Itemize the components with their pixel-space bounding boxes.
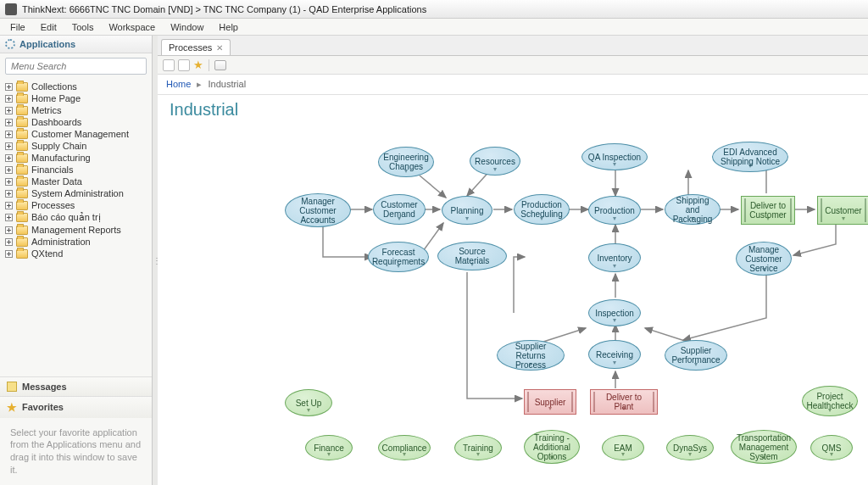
chevron-down-icon: ▾ <box>688 451 692 459</box>
expand-icon[interactable] <box>5 83 13 91</box>
node-dynasys[interactable]: DynaSys▾ <box>666 435 714 460</box>
expand-icon[interactable] <box>5 202 13 209</box>
expand-icon[interactable] <box>5 166 13 174</box>
sidebar-item-label: Manufacturing <box>31 153 91 163</box>
sidebar-item-metrics[interactable]: Metrics <box>3 104 148 116</box>
chevron-down-icon: ▾ <box>613 161 616 169</box>
chevron-down-icon: ▾ <box>470 261 474 269</box>
menu-file[interactable]: File <box>3 20 32 34</box>
node-mng-cust-svc[interactable]: Manage Customer Service▾ <box>736 242 792 276</box>
node-receiving[interactable]: Receiving▾ <box>588 340 641 369</box>
node-finance[interactable]: Finance▾ <box>305 435 353 460</box>
sidebar-item-financials[interactable]: Financials <box>3 164 148 176</box>
print-icon[interactable] <box>214 60 226 70</box>
expand-icon[interactable] <box>5 238 13 246</box>
process-diagram[interactable]: Manager Customer Accounts▾Engineering Ch… <box>158 121 868 485</box>
chevron-down-icon: ▾ <box>403 451 406 459</box>
sidebar-item-management-reports[interactable]: Management Reports <box>3 224 148 236</box>
node-tms[interactable]: Transportation Management System▾ <box>731 430 797 464</box>
expand-icon[interactable] <box>5 250 13 258</box>
sidebar-item-qxtend[interactable]: QXtend <box>3 248 148 259</box>
sidebar-item-label: Collections <box>31 81 77 92</box>
sidebar-item-supply-chain[interactable]: Supply Chain <box>3 140 148 152</box>
node-planning[interactable]: Planning▾ <box>442 196 492 225</box>
node-prod-sched[interactable]: Production Scheduling▾ <box>514 194 570 225</box>
expand-icon[interactable] <box>5 107 13 114</box>
sidebar-item-master-data[interactable]: Master Data <box>3 176 148 187</box>
close-icon[interactable]: ✕ <box>216 43 223 53</box>
node-proj-health[interactable]: Project Healthcheck▾ <box>802 386 858 416</box>
chevron-down-icon: ▾ <box>493 166 497 174</box>
svg-line-17 <box>645 328 687 342</box>
node-resources[interactable]: Resources▾ <box>470 147 520 176</box>
sidebar-item-customer-management[interactable]: Customer Management <box>3 128 148 140</box>
sidebar-item-b-o-c-o-qu-n-tr-[interactable]: Báo cáo quản trị <box>3 211 148 224</box>
expand-icon[interactable] <box>5 214 13 221</box>
node-eng-changes[interactable]: Engineering Changes▾ <box>378 147 434 177</box>
node-compliance[interactable]: Compliance▾ <box>378 435 431 460</box>
node-deliver-plant[interactable]: Deliver to Plant▾ <box>590 389 658 415</box>
chevron-down-icon: ▾ <box>613 215 616 223</box>
node-edi[interactable]: EDI Advanced Shipping Notice▾ <box>712 142 788 172</box>
expand-icon[interactable] <box>5 95 13 103</box>
chevron-down-icon: ▾ <box>404 168 408 176</box>
expand-icon[interactable] <box>5 119 13 126</box>
node-training-addl[interactable]: Training - Additional Options▾ <box>524 430 580 464</box>
expand-icon[interactable] <box>5 178 13 186</box>
menu-window[interactable]: Window <box>164 20 210 34</box>
sidebar-item-collections[interactable]: Collections <box>3 81 148 92</box>
node-production[interactable]: Production▾ <box>588 196 641 225</box>
sidebar-item-label: Báo cáo quản trị <box>31 212 101 223</box>
menu-search-input[interactable] <box>5 58 147 75</box>
favorites-hint: Select your favorite application from th… <box>0 418 152 485</box>
page-title: Industrial <box>158 95 868 121</box>
node-supplier[interactable]: Supplier▾ <box>524 389 576 415</box>
node-forecast[interactable]: Forecast Requirements▾ <box>368 242 429 272</box>
chevron-down-icon: ▾ <box>762 454 765 462</box>
expand-icon[interactable] <box>5 131 13 138</box>
sidebar-item-manufacturing[interactable]: Manufacturing <box>3 152 148 164</box>
node-setup[interactable]: Set Up▾ <box>285 389 332 416</box>
favorite-icon[interactable]: ★ <box>193 59 203 71</box>
node-customer[interactable]: Customer▾ <box>817 196 868 225</box>
applications-label: Applications <box>19 39 75 49</box>
node-training[interactable]: Training▾ <box>454 435 502 460</box>
node-cust-demand[interactable]: Customer Demand▾ <box>373 194 426 225</box>
sidebar-item-home-page[interactable]: Home Page <box>3 92 148 104</box>
menu-workspace[interactable]: Workspace <box>102 20 162 34</box>
sidebar-item-dashboards[interactable]: Dashboards <box>3 116 148 128</box>
favorites-panel[interactable]: ★ Favorites <box>0 396 152 418</box>
node-deliver-cust[interactable]: Deliver to Customer▾ <box>741 196 795 225</box>
node-ship-pack[interactable]: Shipping and Packaging▾ <box>665 194 721 225</box>
node-qa-insp[interactable]: QA Inspection▾ <box>581 143 648 170</box>
node-inventory[interactable]: Inventory▾ <box>588 243 641 272</box>
toolbar-btn-1[interactable] <box>163 59 175 71</box>
node-qms[interactable]: QMS▾ <box>810 435 853 460</box>
node-mgr-cust-acc[interactable]: Manager Customer Accounts▾ <box>285 193 351 227</box>
node-eam[interactable]: EAM▾ <box>602 435 644 460</box>
menu-help[interactable]: Help <box>212 20 245 34</box>
expand-icon[interactable] <box>5 142 13 150</box>
toolbar-btn-2[interactable] <box>178 59 190 71</box>
sidebar-item-processes[interactable]: Processes <box>3 199 148 211</box>
expand-icon[interactable] <box>5 226 13 234</box>
folder-icon <box>16 249 28 259</box>
expand-icon[interactable] <box>5 154 13 162</box>
messages-panel[interactable]: Messages <box>0 376 152 396</box>
folder-icon <box>16 94 28 103</box>
node-src-mat[interactable]: Source Materials▾ <box>437 242 507 270</box>
chevron-down-icon: ▾ <box>842 215 845 223</box>
expand-icon[interactable] <box>5 190 13 198</box>
sidebar-item-label: Processes <box>31 200 75 210</box>
node-inspection[interactable]: Inspection▾ <box>588 299 641 326</box>
tab-processes[interactable]: Processes ✕ <box>161 39 231 55</box>
node-sup-perf[interactable]: Supplier Performance▾ <box>665 340 727 371</box>
menu-tools[interactable]: Tools <box>65 20 101 34</box>
chevron-down-icon: ▾ <box>540 215 543 223</box>
node-sup-ret[interactable]: Supplier Returns Process▾ <box>497 340 565 371</box>
menu-edit[interactable]: Edit <box>34 20 64 34</box>
breadcrumb-home[interactable]: Home <box>166 79 191 89</box>
tab-bar: Processes ✕ <box>158 36 868 56</box>
sidebar-item-system-administration[interactable]: System Administration <box>3 187 148 199</box>
sidebar-item-administration[interactable]: Administration <box>3 236 148 248</box>
